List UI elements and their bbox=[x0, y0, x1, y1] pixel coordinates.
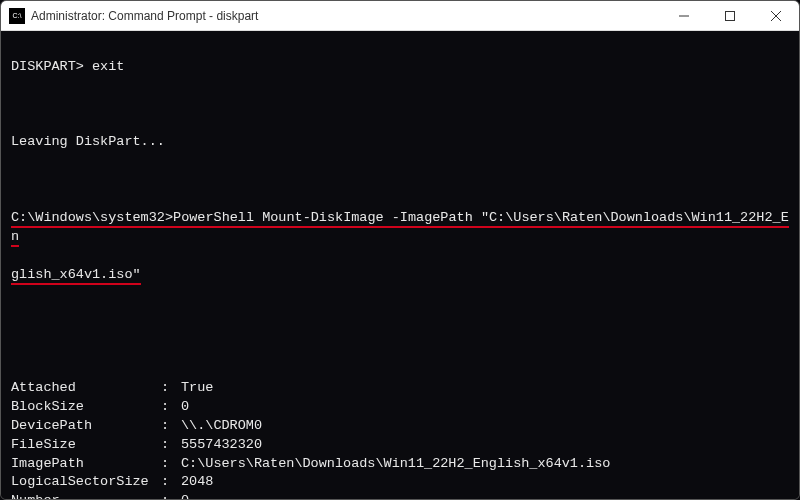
property-separator: : bbox=[161, 436, 181, 455]
cmd-icon bbox=[9, 8, 25, 24]
property-separator: : bbox=[161, 455, 181, 474]
leaving-message: Leaving DiskPart... bbox=[11, 133, 789, 152]
property-separator: : bbox=[161, 473, 181, 492]
window-controls bbox=[661, 1, 799, 31]
property-key: ImagePath bbox=[11, 455, 161, 474]
property-row: BlockSize: 0 bbox=[11, 398, 789, 417]
property-value: True bbox=[181, 379, 789, 398]
property-value: 5557432320 bbox=[181, 436, 789, 455]
maximize-button[interactable] bbox=[707, 1, 753, 31]
property-row: LogicalSectorSize: 2048 bbox=[11, 473, 789, 492]
property-row: Number: 0 bbox=[11, 492, 789, 499]
property-value: 2048 bbox=[181, 473, 789, 492]
window-titlebar: Administrator: Command Prompt - diskpart bbox=[1, 1, 799, 31]
property-separator: : bbox=[161, 417, 181, 436]
powershell-command-line2: glish_x64v1.iso" bbox=[11, 267, 141, 285]
minimize-button[interactable] bbox=[661, 1, 707, 31]
diskpart-prompt: DISKPART> bbox=[11, 59, 92, 74]
svg-rect-1 bbox=[726, 11, 735, 20]
property-separator: : bbox=[161, 379, 181, 398]
close-button[interactable] bbox=[753, 1, 799, 31]
property-value: 0 bbox=[181, 492, 789, 499]
property-key: Number bbox=[11, 492, 161, 499]
property-row: DevicePath: \\.\CDROM0 bbox=[11, 417, 789, 436]
window-title: Administrator: Command Prompt - diskpart bbox=[31, 9, 661, 23]
property-key: FileSize bbox=[11, 436, 161, 455]
property-key: LogicalSectorSize bbox=[11, 473, 161, 492]
system-prompt: C:\Windows\system32> bbox=[11, 210, 173, 228]
property-key: DevicePath bbox=[11, 417, 161, 436]
property-value: \\.\CDROM0 bbox=[181, 417, 789, 436]
terminal-output[interactable]: DISKPART> exit Leaving DiskPart... C:\Wi… bbox=[1, 31, 799, 499]
property-row: ImagePath: C:\Users\Raten\Downloads\Win1… bbox=[11, 455, 789, 474]
property-row: FileSize: 5557432320 bbox=[11, 436, 789, 455]
property-key: Attached bbox=[11, 379, 161, 398]
exit-command: exit bbox=[92, 59, 124, 74]
output-properties: Attached: TrueBlockSize: 0DevicePath: \\… bbox=[11, 379, 789, 499]
property-separator: : bbox=[161, 398, 181, 417]
property-separator: : bbox=[161, 492, 181, 499]
property-value: C:\Users\Raten\Downloads\Win11_22H2_Engl… bbox=[181, 455, 789, 474]
property-row: Attached: True bbox=[11, 379, 789, 398]
property-key: BlockSize bbox=[11, 398, 161, 417]
property-value: 0 bbox=[181, 398, 789, 417]
